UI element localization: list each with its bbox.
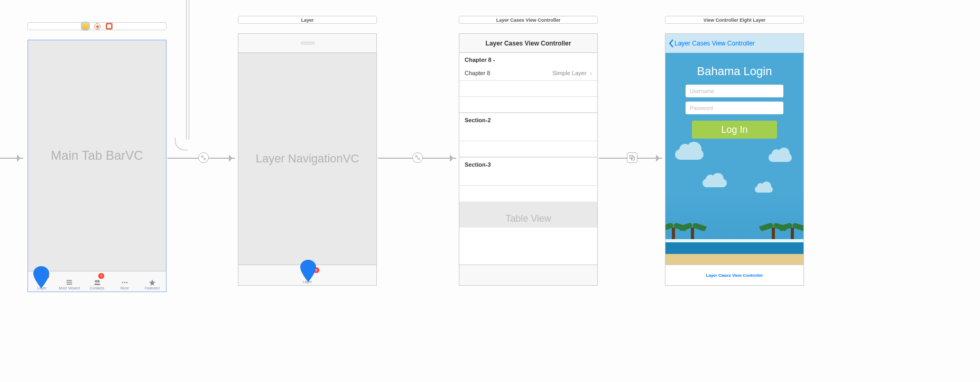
table-row[interactable]: Chapter 8 Simple Layer ›: [459, 65, 597, 81]
section-header-2: Section-2: [459, 113, 597, 125]
tab-most-viewed[interactable]: Most Viewed: [56, 271, 83, 292]
svg-point-5: [122, 282, 123, 284]
table-row[interactable]: [459, 125, 597, 141]
tab-contacts[interactable]: 5 Contacts: [83, 271, 110, 292]
svg-point-3: [95, 280, 97, 283]
svg-point-7: [126, 282, 128, 284]
scene-layer-navigation[interactable]: Layer Layer NavigationVC Layer 9: [238, 16, 377, 286]
storyboard-ref-icon: [106, 23, 113, 30]
table-row[interactable]: [459, 170, 597, 186]
row-detail: Simple Layer: [552, 70, 586, 76]
cloud-icon: [702, 179, 727, 187]
more-icon: [120, 279, 130, 286]
table-row[interactable]: [459, 141, 597, 157]
nav-grip-icon: [301, 42, 315, 44]
table-row[interactable]: [459, 97, 597, 113]
scene4-navbar: Layer Cases View Controller: [665, 34, 803, 53]
balloon-indicator-1: [33, 266, 49, 288]
cloud-icon: [755, 186, 773, 193]
scene1-tabbar: 9 Layer Most Viewed 5 Contacts More Feat…: [28, 271, 166, 292]
star-icon: [147, 279, 157, 286]
ground: [665, 239, 803, 265]
scene2-screen[interactable]: Layer NavigationVC Layer 9: [238, 33, 377, 286]
row-title: Chapter 8: [465, 70, 490, 76]
tableview-footer-label: Table View: [459, 202, 597, 228]
chevron-right-icon: ›: [589, 69, 592, 77]
scene2-title-bar[interactable]: Layer: [238, 16, 377, 24]
segue-badge-3[interactable]: [627, 152, 637, 163]
scene1-screen[interactable]: Main Tab BarVC 9 Layer Most Viewed 5 Con…: [27, 40, 167, 292]
chevron-left-icon: [669, 39, 673, 48]
cloud-icon: [769, 153, 792, 162]
login-title: Bahama Login: [665, 65, 803, 78]
back-label: Layer Cases View Controller: [674, 40, 755, 47]
exit-icon: [94, 23, 100, 30]
svg-line-13: [417, 157, 419, 159]
section-header-3: Section-3: [459, 157, 597, 170]
sea: [665, 242, 803, 254]
tab-featured[interactable]: Featured: [138, 271, 166, 292]
scene4-screen[interactable]: Layer Cases View Controller Bahama Login…: [665, 33, 804, 286]
scene1-title-bar[interactable]: [27, 22, 167, 30]
segue-curve: [175, 138, 188, 150]
scene1-placeholder-label: Main Tab BarVC: [28, 40, 166, 271]
svg-rect-0: [67, 280, 72, 281]
show-segue-icon: [629, 154, 635, 161]
tab-label: Layer Cases View Controller: [706, 273, 763, 278]
tab-label: More: [121, 286, 129, 290]
badge-contacts: 5: [98, 273, 104, 279]
navbar-stub: [238, 34, 376, 53]
tab-label: Contacts: [90, 286, 105, 290]
table-view[interactable]: Chapter 8 - Chapter 8 Simple Layer › Sec…: [459, 53, 597, 265]
table-row[interactable]: [459, 81, 597, 97]
scene3-tabbar: [459, 265, 597, 285]
scene-eight-layer[interactable]: View Controller Eight Layer Layer Cases …: [665, 16, 804, 286]
svg-rect-1: [67, 282, 72, 283]
cloud-icon: [675, 149, 704, 160]
balloon-indicator-2: [300, 260, 316, 282]
svg-rect-2: [67, 284, 72, 285]
svg-line-10: [203, 157, 205, 159]
scene2-placeholder-label: Layer NavigationVC: [238, 53, 376, 265]
list-icon: [64, 279, 74, 286]
scene-layer-cases[interactable]: Layer Cases View Controller Layer Cases …: [459, 16, 598, 286]
scene2-tabbar: Layer 9: [238, 265, 376, 285]
password-field[interactable]: Password: [686, 102, 783, 114]
username-field[interactable]: Username: [686, 85, 783, 97]
tab-label: Most Viewed: [59, 286, 80, 290]
tab-more[interactable]: More: [111, 271, 138, 292]
scene-main-tab-bar[interactable]: Main Tab BarVC 9 Layer Most Viewed 5 Con…: [27, 22, 167, 292]
contacts-icon: [93, 279, 102, 286]
relationship-segue-icon: [200, 154, 207, 161]
segue-badge-1[interactable]: [198, 152, 209, 163]
placeholder: Username: [690, 88, 714, 94]
segue-vertical-line: [186, 0, 189, 140]
scene3-screen[interactable]: Layer Cases View Controller Chapter 8 - …: [459, 33, 598, 286]
relationship-segue-icon: [414, 154, 421, 161]
table-row[interactable]: [459, 186, 597, 202]
first-responder-icon: [82, 23, 89, 30]
svg-point-4: [97, 280, 100, 283]
segue-arrow-0: [0, 158, 23, 159]
scene3-navbar-title: Layer Cases View Controller: [459, 34, 597, 53]
section-header-1: Chapter 8 -: [459, 53, 597, 65]
segue-badge-2[interactable]: [412, 152, 423, 163]
placeholder: Password: [690, 105, 713, 111]
scene4-title-bar[interactable]: View Controller Eight Layer: [665, 16, 804, 24]
scene3-title-bar[interactable]: Layer Cases View Controller: [459, 16, 598, 24]
svg-point-6: [124, 282, 125, 284]
back-button[interactable]: Layer Cases View Controller: [669, 39, 755, 48]
login-canvas: Bahama Login Username Password Log In: [665, 53, 803, 265]
scene4-tabbar: Layer Cases View Controller: [665, 265, 803, 285]
login-button[interactable]: Log In: [692, 121, 777, 139]
tab-label: Featured: [145, 286, 160, 290]
sand: [665, 254, 803, 265]
